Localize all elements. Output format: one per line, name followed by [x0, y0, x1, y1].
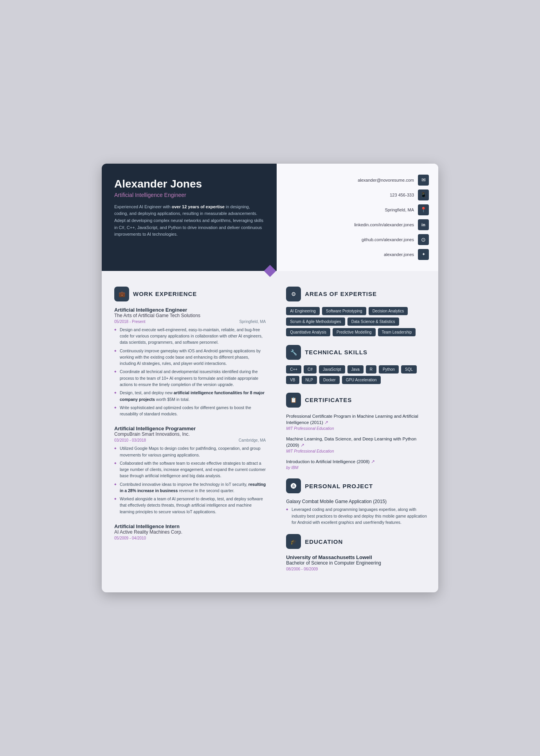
job-2: Artificial Intelligence Programmer Compu…: [114, 426, 266, 515]
technical-header: 🔧 TECHNICAL SKILLS: [286, 345, 427, 360]
job-2-bullet-4: Worked alongside a team of AI personnel …: [114, 496, 266, 515]
cert-1-title: Professional Certificate Program in Mach…: [286, 413, 427, 426]
main-content: 💼 WORK EXPERIENCE Artificial Intelligenc…: [102, 271, 438, 592]
right-column: ⚙ AREAS OF EXPERTISE AI Engineering Soft…: [277, 283, 438, 592]
cert-2-title: Machine Learning, Data Science, and Deep…: [286, 436, 427, 448]
portfolio-icon: ✦: [418, 249, 429, 260]
certificates-header: 📋 CERTIFICATES: [286, 393, 427, 408]
github-icon: ⊙: [418, 234, 429, 245]
technical-icon: 🔧: [286, 345, 301, 360]
project-icon: 🅐: [286, 478, 301, 493]
skill-nlp: NLP: [302, 376, 317, 384]
job-3: Artificial Intelligence Intern AI Active…: [114, 523, 266, 540]
skill-docker: Docker: [319, 376, 340, 384]
job-3-title: Artificial Intelligence Intern: [114, 523, 266, 529]
project-name: Galaxy Combat Mobile Game Application (2…: [286, 499, 427, 504]
job-2-bullets: Utilized Google Maps to design codes for…: [114, 445, 266, 515]
job-2-bullet-1: Utilized Google Maps to design codes for…: [114, 445, 266, 458]
contact-location: Springfield, MA 📍: [289, 204, 429, 215]
tag-ai-engineering: AI Engineering: [286, 307, 320, 315]
contact-phone: 123 456-333 📱: [289, 189, 429, 200]
job-1-bullet-4: Design, test, and deploy new artificial …: [114, 390, 266, 402]
job-1-bullet-1: Design and execute well-engineered, easy…: [114, 327, 266, 346]
skill-vb: VB: [286, 376, 299, 384]
edu-block: University of Massachusetts Lowell Bache…: [286, 554, 427, 571]
tag-team-leadership: Team Leadership: [378, 328, 416, 336]
job-2-company: CompuBrain Smart Innovations, Inc.: [114, 431, 266, 437]
candidate-name: Alexander Jones: [114, 178, 264, 190]
skill-java: Java: [347, 365, 364, 373]
edu-school: University of Massachusetts Lowell: [286, 554, 427, 560]
certificates-icon: 📋: [286, 393, 301, 408]
header-left: Alexander Jones Artificial Intelligence …: [102, 164, 277, 271]
left-column: 💼 WORK EXPERIENCE Artificial Intelligenc…: [102, 283, 277, 592]
job-1-bullets: Design and execute well-engineered, easy…: [114, 327, 266, 417]
expertise-header: ⚙ AREAS OF EXPERTISE: [286, 287, 427, 301]
education-header: 🎓 EDUCATION: [286, 534, 427, 549]
work-experience-header: 💼 WORK EXPERIENCE: [114, 287, 266, 301]
cert-3-title: Introduction to Artificial Intelligence …: [286, 458, 427, 465]
phone-text: 123 456-333: [390, 193, 414, 197]
project-bullets: Leveraged coding and programming languag…: [286, 506, 427, 525]
technical-title: TECHNICAL SKILLS: [305, 349, 367, 355]
cert-2: Machine Learning, Data Science, and Deep…: [286, 436, 427, 453]
location-text: Springfield, MA: [385, 207, 414, 212]
certificates-title: CERTIFICATES: [305, 397, 352, 403]
job-1-location: Springfield, MA: [239, 319, 266, 324]
cert-1-issuer: MIT Professional Education: [286, 426, 427, 431]
tag-decision-analytics: Decision Analytics: [369, 307, 408, 315]
education-section: 🎓 EDUCATION University of Massachusetts …: [286, 534, 427, 571]
job-1-company: The Arts of Artificial Game Tech Solutio…: [114, 313, 266, 318]
skill-r: R: [366, 365, 376, 373]
project-title-label: PERSONAL PROJECT: [305, 483, 373, 489]
skill-gpu: GPU Acceleration: [342, 376, 381, 384]
cert-1: Professional Certificate Program in Mach…: [286, 413, 427, 431]
job-1-date: 05/2018 - Present: [114, 319, 146, 324]
work-icon: 💼: [114, 287, 129, 301]
edu-degree: Bachelor of Science in Computer Engineer…: [286, 560, 427, 566]
job-2-location: Cambridge, MA: [239, 438, 266, 442]
job-2-title: Artificial Intelligence Programmer: [114, 426, 266, 431]
edu-date: 08/2006 - 06/2009: [286, 567, 427, 571]
github-text: github.com/alexander.jones: [362, 237, 414, 242]
cert-2-issuer: MIT Professional Education: [286, 449, 427, 453]
skill-python: Python: [379, 365, 399, 373]
contact-email: alexander@novoresume.com ✉: [289, 175, 429, 186]
skill-cpp: C++: [286, 365, 301, 373]
job-2-date: 03/2010 - 03/2018: [114, 438, 146, 442]
certificates-section: 📋 CERTIFICATES Professional Certificate …: [286, 393, 427, 470]
expertise-title: AREAS OF EXPERTISE: [305, 290, 377, 297]
expertise-tags: AI Engineering Software Prototyping Deci…: [286, 307, 427, 336]
job-2-bullet-3: Contributed innovative ideas to improve …: [114, 481, 266, 494]
skill-sql: SQL: [401, 365, 417, 373]
skill-javascript: JavaScript: [319, 365, 345, 373]
cert-3-issuer: by IBM: [286, 466, 427, 470]
job-3-date: 05/2009 - 04/2010: [114, 536, 146, 540]
candidate-title: Artificial Intelligence Engineer: [114, 192, 264, 198]
job-1-bullet-2: Continuously improve gameplay with iOS a…: [114, 348, 266, 367]
candidate-bio: Experienced AI Engineer with over 12 yea…: [114, 204, 264, 238]
linkedin-icon: in: [418, 219, 429, 230]
job-3-meta: 05/2009 - 04/2010: [114, 536, 266, 540]
tag-software-prototyping: Software Prototyping: [322, 307, 366, 315]
tag-quantitative: Quantitative Analysis: [286, 328, 330, 336]
email-icon: ✉: [418, 175, 429, 186]
project-section: 🅐 PERSONAL PROJECT Galaxy Combat Mobile …: [286, 478, 427, 525]
job-1-meta: 05/2018 - Present Springfield, MA: [114, 319, 266, 324]
job-1-bullet-5: Write sophisticated and optimized codes …: [114, 404, 266, 417]
location-icon: 📍: [418, 204, 429, 215]
contact-linkedin: linkedin.com/in/alexander.jones in: [289, 219, 429, 230]
portfolio-text: alexander.jones: [384, 252, 414, 257]
job-2-meta: 03/2010 - 03/2018 Cambridge, MA: [114, 438, 266, 442]
phone-icon: 📱: [418, 189, 429, 200]
technical-tags: C++ C# JavaScript Java R Python SQL VB N…: [286, 365, 427, 384]
education-title: EDUCATION: [305, 538, 343, 545]
resume-wrapper: Alexander Jones Artificial Intelligence …: [102, 164, 438, 592]
work-section-title: WORK EXPERIENCE: [133, 290, 197, 297]
skill-csharp: C#: [304, 365, 317, 373]
header-right: alexander@novoresume.com ✉ 123 456-333 📱…: [277, 164, 438, 271]
project-header: 🅐 PERSONAL PROJECT: [286, 478, 427, 493]
project-bullet-1: Leveraged coding and programming languag…: [286, 506, 427, 525]
job-2-bullet-2: Collaborated with the software team to e…: [114, 460, 266, 479]
tag-scrum: Scrum & Agile Methodologies: [286, 318, 345, 326]
